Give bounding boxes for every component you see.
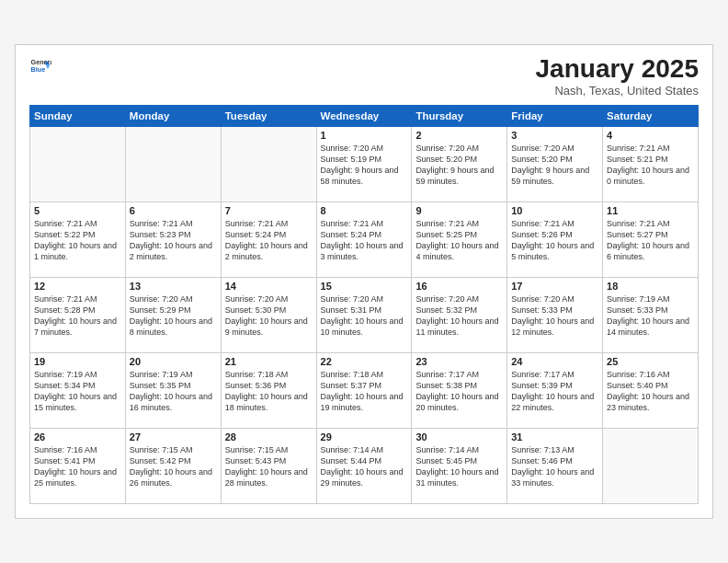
day-info: Sunrise: 7:21 AM Sunset: 5:23 PM Dayligh… — [130, 218, 217, 263]
day-info: Sunrise: 7:20 AM Sunset: 5:32 PM Dayligh… — [415, 293, 503, 339]
svg-marker-3 — [46, 64, 51, 69]
day-cell: 31Sunrise: 7:13 AM Sunset: 5:46 PM Dayli… — [507, 429, 603, 504]
day-info: Sunrise: 7:20 AM Sunset: 5:20 PM Dayligh… — [415, 143, 503, 188]
day-number: 31 — [511, 431, 598, 442]
day-cell: 1Sunrise: 7:20 AM Sunset: 5:19 PM Daylig… — [316, 127, 412, 202]
day-info: Sunrise: 7:20 AM Sunset: 5:19 PM Dayligh… — [321, 143, 408, 188]
day-number: 15 — [321, 281, 408, 292]
day-number: 17 — [511, 281, 598, 292]
logo: General Blue — [29, 54, 51, 76]
day-number: 8 — [321, 205, 408, 216]
day-cell: 19Sunrise: 7:19 AM Sunset: 5:34 PM Dayli… — [30, 353, 126, 429]
weekday-header-wednesday: Wednesday — [316, 106, 412, 127]
day-info: Sunrise: 7:21 AM Sunset: 5:24 PM Dayligh… — [321, 218, 408, 263]
svg-text:Blue: Blue — [31, 65, 46, 74]
day-cell: 18Sunrise: 7:19 AM Sunset: 5:33 PM Dayli… — [603, 278, 699, 353]
day-info: Sunrise: 7:21 AM Sunset: 5:28 PM Dayligh… — [34, 293, 121, 339]
day-number: 30 — [415, 431, 503, 442]
day-info: Sunrise: 7:18 AM Sunset: 5:36 PM Dayligh… — [225, 369, 313, 414]
day-info: Sunrise: 7:14 AM Sunset: 5:44 PM Dayligh… — [321, 444, 408, 489]
day-info: Sunrise: 7:21 AM Sunset: 5:26 PM Dayligh… — [511, 218, 598, 263]
day-info: Sunrise: 7:21 AM Sunset: 5:21 PM Dayligh… — [607, 143, 694, 188]
day-cell: 28Sunrise: 7:15 AM Sunset: 5:43 PM Dayli… — [221, 429, 316, 504]
weekday-header-sunday: Sunday — [30, 106, 126, 127]
header: General Blue January 2025 Nash, Texas, U… — [29, 54, 699, 98]
day-cell: 14Sunrise: 7:20 AM Sunset: 5:30 PM Dayli… — [221, 278, 316, 353]
weekday-header-friday: Friday — [507, 106, 603, 127]
day-info: Sunrise: 7:20 AM Sunset: 5:33 PM Dayligh… — [511, 293, 598, 339]
day-cell: 5Sunrise: 7:21 AM Sunset: 5:22 PM Daylig… — [30, 202, 126, 278]
day-cell: 16Sunrise: 7:20 AM Sunset: 5:32 PM Dayli… — [412, 278, 507, 353]
day-number: 7 — [225, 205, 313, 216]
day-number: 4 — [607, 130, 694, 141]
weekday-header-row: SundayMondayTuesdayWednesdayThursdayFrid… — [30, 106, 699, 127]
day-cell: 26Sunrise: 7:16 AM Sunset: 5:41 PM Dayli… — [30, 429, 126, 504]
day-info: Sunrise: 7:15 AM Sunset: 5:42 PM Dayligh… — [130, 444, 217, 489]
day-info: Sunrise: 7:20 AM Sunset: 5:31 PM Dayligh… — [321, 293, 408, 339]
day-info: Sunrise: 7:16 AM Sunset: 5:41 PM Dayligh… — [34, 444, 121, 489]
day-number: 28 — [225, 431, 313, 442]
day-info: Sunrise: 7:21 AM Sunset: 5:27 PM Dayligh… — [607, 218, 694, 263]
day-number: 2 — [415, 130, 503, 141]
day-cell — [125, 127, 221, 202]
day-info: Sunrise: 7:20 AM Sunset: 5:20 PM Dayligh… — [511, 143, 598, 188]
day-cell: 9Sunrise: 7:21 AM Sunset: 5:25 PM Daylig… — [412, 202, 507, 278]
weekday-header-monday: Monday — [125, 106, 221, 127]
day-cell: 24Sunrise: 7:17 AM Sunset: 5:39 PM Dayli… — [507, 353, 603, 429]
day-number: 12 — [34, 281, 121, 292]
day-cell: 23Sunrise: 7:17 AM Sunset: 5:38 PM Dayli… — [412, 353, 507, 429]
day-cell: 17Sunrise: 7:20 AM Sunset: 5:33 PM Dayli… — [507, 278, 603, 353]
day-info: Sunrise: 7:21 AM Sunset: 5:25 PM Dayligh… — [415, 218, 503, 263]
day-number: 13 — [130, 281, 217, 292]
day-number: 20 — [130, 356, 217, 367]
day-info: Sunrise: 7:15 AM Sunset: 5:43 PM Dayligh… — [225, 444, 313, 489]
weekday-header-thursday: Thursday — [412, 106, 507, 127]
day-cell: 21Sunrise: 7:18 AM Sunset: 5:36 PM Dayli… — [221, 353, 316, 429]
day-info: Sunrise: 7:16 AM Sunset: 5:40 PM Dayligh… — [607, 369, 694, 414]
day-number: 24 — [511, 356, 598, 367]
day-cell: 29Sunrise: 7:14 AM Sunset: 5:44 PM Dayli… — [316, 429, 412, 504]
day-info: Sunrise: 7:21 AM Sunset: 5:22 PM Dayligh… — [34, 218, 121, 263]
week-row-2: 12Sunrise: 7:21 AM Sunset: 5:28 PM Dayli… — [30, 278, 699, 353]
day-number: 29 — [321, 431, 408, 442]
day-number: 9 — [415, 205, 503, 216]
day-info: Sunrise: 7:20 AM Sunset: 5:29 PM Dayligh… — [130, 293, 217, 339]
week-row-4: 26Sunrise: 7:16 AM Sunset: 5:41 PM Dayli… — [30, 429, 699, 504]
day-info: Sunrise: 7:19 AM Sunset: 5:35 PM Dayligh… — [130, 369, 217, 414]
day-number: 6 — [130, 205, 217, 216]
day-cell: 20Sunrise: 7:19 AM Sunset: 5:35 PM Dayli… — [125, 353, 221, 429]
day-cell — [603, 429, 699, 504]
day-info: Sunrise: 7:20 AM Sunset: 5:30 PM Dayligh… — [225, 293, 313, 339]
day-number: 26 — [34, 431, 121, 442]
day-cell — [30, 127, 126, 202]
day-cell: 11Sunrise: 7:21 AM Sunset: 5:27 PM Dayli… — [603, 202, 699, 278]
logo-icon: General Blue — [29, 54, 51, 76]
day-number: 27 — [130, 431, 217, 442]
day-cell: 30Sunrise: 7:14 AM Sunset: 5:45 PM Dayli… — [412, 429, 507, 504]
day-cell — [221, 127, 316, 202]
weekday-header-saturday: Saturday — [603, 106, 699, 127]
day-number: 21 — [225, 356, 313, 367]
day-cell: 12Sunrise: 7:21 AM Sunset: 5:28 PM Dayli… — [30, 278, 126, 353]
calendar-grid: SundayMondayTuesdayWednesdayThursdayFrid… — [29, 105, 699, 504]
day-number: 11 — [607, 205, 694, 216]
day-info: Sunrise: 7:18 AM Sunset: 5:37 PM Dayligh… — [321, 369, 408, 414]
day-number: 22 — [321, 356, 408, 367]
week-row-0: 1Sunrise: 7:20 AM Sunset: 5:19 PM Daylig… — [30, 127, 699, 202]
title-block: January 2025 Nash, Texas, United States — [536, 54, 699, 98]
day-cell: 3Sunrise: 7:20 AM Sunset: 5:20 PM Daylig… — [507, 127, 603, 202]
day-info: Sunrise: 7:19 AM Sunset: 5:34 PM Dayligh… — [34, 369, 121, 414]
day-number: 18 — [607, 281, 694, 292]
day-number: 5 — [34, 205, 121, 216]
day-number: 14 — [225, 281, 313, 292]
day-number: 23 — [415, 356, 503, 367]
day-cell: 25Sunrise: 7:16 AM Sunset: 5:40 PM Dayli… — [603, 353, 699, 429]
day-number: 16 — [415, 281, 503, 292]
day-number: 3 — [511, 130, 598, 141]
day-cell: 15Sunrise: 7:20 AM Sunset: 5:31 PM Dayli… — [316, 278, 412, 353]
week-row-1: 5Sunrise: 7:21 AM Sunset: 5:22 PM Daylig… — [30, 202, 699, 278]
day-info: Sunrise: 7:13 AM Sunset: 5:46 PM Dayligh… — [511, 444, 598, 489]
day-number: 25 — [607, 356, 694, 367]
day-number: 1 — [321, 130, 408, 141]
weekday-header-tuesday: Tuesday — [221, 106, 316, 127]
